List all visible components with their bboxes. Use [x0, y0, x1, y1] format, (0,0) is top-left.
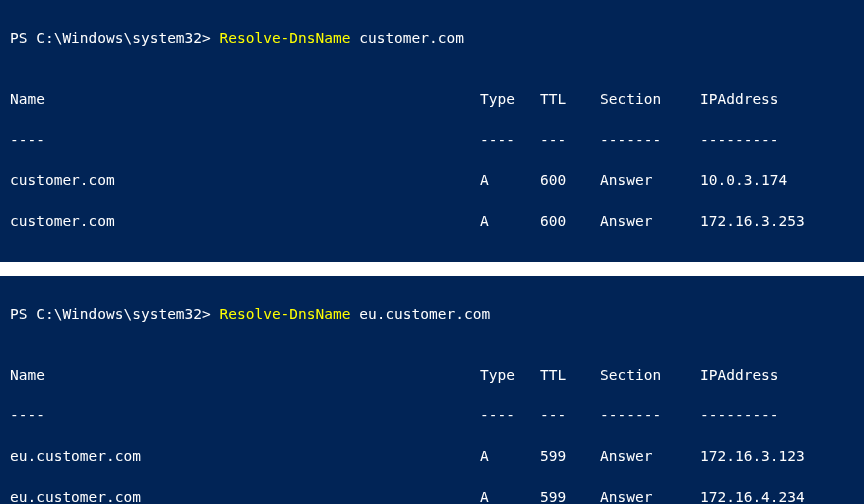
table-separator-row: --------------------------- [10, 405, 854, 425]
header-ttl: TTL [540, 365, 600, 385]
cell-ttl: 600 [540, 211, 600, 231]
cmdlet-name: Resolve-DnsName [220, 30, 351, 46]
cell-section: Answer [600, 211, 700, 231]
header-section: Section [600, 89, 700, 109]
cell-section: Answer [600, 446, 700, 466]
cmd-argument: customer.com [359, 30, 464, 46]
cell-type: A [480, 446, 540, 466]
powershell-output-block: PS C:\Windows\system32> Resolve-DnsName … [0, 0, 864, 262]
cell-type: A [480, 170, 540, 190]
cell-ttl: 599 [540, 487, 600, 504]
header-ttl: TTL [540, 89, 600, 109]
header-type: Type [480, 365, 540, 385]
command-line: PS C:\Windows\system32> Resolve-DnsName … [10, 304, 854, 324]
table-row: eu.customer.comA599Answer172.16.4.234 [10, 487, 854, 504]
cell-ttl: 600 [540, 170, 600, 190]
cell-name: eu.customer.com [10, 446, 480, 466]
cell-type: A [480, 487, 540, 504]
table-row: customer.comA600Answer10.0.3.174 [10, 170, 854, 190]
cell-section: Answer [600, 170, 700, 190]
header-name: Name [10, 365, 480, 385]
cmd-argument: eu.customer.com [359, 306, 490, 322]
cell-ip: 10.0.3.174 [700, 170, 830, 190]
cell-name: eu.customer.com [10, 487, 480, 504]
cell-ttl: 599 [540, 446, 600, 466]
cmdlet-name: Resolve-DnsName [220, 306, 351, 322]
table-row: eu.customer.comA599Answer172.16.3.123 [10, 446, 854, 466]
header-name: Name [10, 89, 480, 109]
table-header-row: NameTypeTTLSectionIPAddress [10, 365, 854, 385]
powershell-output-block: PS C:\Windows\system32> Resolve-DnsName … [0, 276, 864, 504]
table-header-row: NameTypeTTLSectionIPAddress [10, 89, 854, 109]
cell-section: Answer [600, 487, 700, 504]
table-separator-row: --------------------------- [10, 130, 854, 150]
cell-name: customer.com [10, 211, 480, 231]
cell-type: A [480, 211, 540, 231]
ps-prompt: PS C:\Windows\system32> [10, 30, 220, 46]
cell-name: customer.com [10, 170, 480, 190]
header-ip: IPAddress [700, 89, 830, 109]
cell-ip: 172.16.4.234 [700, 487, 830, 504]
header-ip: IPAddress [700, 365, 830, 385]
ps-prompt: PS C:\Windows\system32> [10, 306, 220, 322]
header-type: Type [480, 89, 540, 109]
cell-ip: 172.16.3.253 [700, 211, 830, 231]
table-row: customer.comA600Answer172.16.3.253 [10, 211, 854, 231]
cell-ip: 172.16.3.123 [700, 446, 830, 466]
command-line: PS C:\Windows\system32> Resolve-DnsName … [10, 28, 854, 48]
header-section: Section [600, 365, 700, 385]
